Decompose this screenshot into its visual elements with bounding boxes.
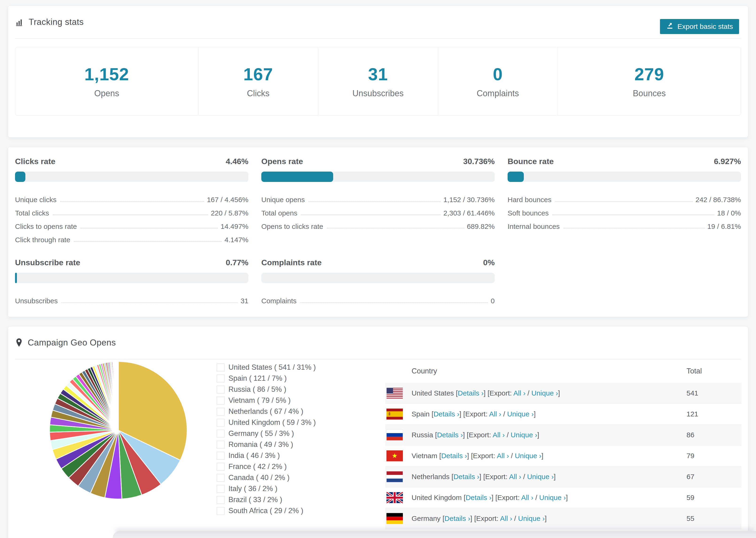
rate-row: Clicks to opens rate14.497% — [15, 217, 248, 231]
export-all-link[interactable]: All › — [521, 494, 533, 501]
rate-row: Click through rate4.147% — [15, 231, 248, 244]
rate-section-unsubscribe-rate: Unsubscribe rate0.77%Unsubscribes31 — [15, 258, 248, 305]
rate-row: Internal bounces19 / 6.81% — [508, 217, 741, 231]
rate-row-label: Unsubscribes — [15, 297, 58, 305]
rate-title: Complaints rate — [261, 258, 322, 267]
legend-label: Romania ( 49 / 3% ) — [229, 440, 293, 449]
rate-title: Bounce rate — [508, 157, 554, 166]
summary-cards: 1,152Opens167Clicks31Unsubscribes0Compla… — [15, 47, 741, 116]
legend-swatch — [217, 452, 225, 459]
bottom-overlay-bar — [113, 531, 756, 538]
export-unique-link[interactable]: Unique › — [507, 410, 534, 418]
rate-row-value: 31 — [241, 297, 248, 305]
country-row-gb: United Kingdom [Details ›] [Export: All … — [385, 487, 741, 508]
rates-panel: Clicks rate4.46%Unique clicks167 / 4.456… — [8, 147, 748, 317]
legend-item: Brazil ( 33 / 2% ) — [217, 496, 316, 504]
rate-head: Opens rate30.736% — [261, 157, 495, 166]
total-cell: 86 — [686, 431, 694, 439]
legend-item: Vietnam ( 79 / 5% ) — [217, 396, 316, 405]
total-cell: 541 — [686, 389, 698, 397]
rate-row-label: Total clicks — [15, 209, 49, 217]
progress-bar-fill — [261, 172, 333, 182]
legend-label: Germany ( 55 / 3% ) — [229, 429, 294, 438]
legend-label: United States ( 541 / 31% ) — [229, 363, 316, 372]
legend-label: Italy ( 36 / 2% ) — [229, 484, 277, 493]
export-prefix: Export: — [490, 389, 512, 397]
stat-value: 31 — [368, 64, 388, 84]
rate-title: Unsubscribe rate — [15, 258, 80, 267]
total-cell: 121 — [686, 410, 698, 418]
summary-card-complaints: 0Complaints — [438, 47, 558, 115]
country-column-header: Country — [411, 367, 437, 375]
legend-label: Spain ( 121 / 7% ) — [229, 374, 287, 383]
legend-swatch — [217, 474, 225, 482]
export-unique-link[interactable]: Unique › — [511, 431, 537, 439]
dotted-leader — [300, 302, 488, 303]
progress-bar-fill — [15, 273, 17, 283]
export-all-link[interactable]: All › — [493, 431, 505, 439]
export-unique-link[interactable]: Unique › — [518, 514, 545, 522]
country-row-ru: Russia [Details ›] [Export: All › / Uniq… — [385, 425, 741, 446]
table-rows: United States [Details ›] [Export: All ›… — [385, 383, 741, 529]
details-link[interactable]: Details › — [441, 452, 467, 459]
export-icon — [666, 22, 674, 31]
country-row-us: United States [Details ›] [Export: All ›… — [385, 383, 741, 404]
rate-head: Complaints rate0% — [261, 258, 495, 267]
rate-head: Bounce rate6.927% — [508, 157, 741, 166]
rate-row: Unique clicks167 / 4.456% — [15, 190, 248, 204]
dotted-leader — [62, 302, 238, 303]
legend-item: Spain ( 121 / 7% ) — [217, 374, 316, 383]
rate-row: Opens to clicks rate689.82% — [261, 217, 495, 231]
details-link[interactable]: Details › — [453, 473, 479, 480]
details-link[interactable]: Details › — [437, 431, 463, 439]
export-unique-link[interactable]: Unique › — [515, 452, 541, 459]
rate-row: Unique opens1,152 / 30.736% — [261, 190, 495, 204]
geo-opens-pie-chart — [48, 360, 189, 501]
export-unique-link[interactable]: Unique › — [539, 494, 566, 501]
rate-row-label: Opens to clicks rate — [261, 223, 323, 231]
dotted-leader — [555, 201, 693, 202]
export-unique-link[interactable]: Unique › — [531, 389, 558, 397]
legend-item: United States ( 541 / 31% ) — [217, 363, 316, 372]
legend-label: United Kingdom ( 59 / 3% ) — [229, 418, 316, 427]
country-row-nl: Netherlands [Details ›] [Export: All › /… — [385, 466, 741, 487]
legend-item: Canada ( 40 / 2% ) — [217, 473, 316, 482]
dotted-leader — [74, 241, 222, 242]
progress-bar — [15, 172, 248, 182]
country-name: United Kingdom — [411, 494, 461, 501]
total-cell: 55 — [686, 514, 694, 522]
details-link[interactable]: Details › — [465, 494, 491, 501]
stat-value: 279 — [634, 64, 664, 84]
export-unique-link[interactable]: Unique › — [527, 473, 554, 480]
legend-swatch — [217, 441, 225, 449]
details-link[interactable]: Details › — [433, 410, 459, 418]
rate-title: Clicks rate — [15, 157, 55, 166]
rate-value: 4.46% — [226, 157, 248, 166]
export-basic-stats-button[interactable]: Export basic stats — [660, 19, 739, 34]
export-all-link[interactable]: All › — [497, 452, 509, 459]
legend-swatch — [217, 397, 225, 404]
rate-row-label: Complaints — [261, 297, 297, 305]
country-name: Netherlands — [411, 473, 450, 480]
rate-row: Hard bounces242 / 86.738% — [508, 190, 741, 204]
country-name: Spain — [411, 410, 430, 418]
gb-flag-icon — [387, 492, 403, 503]
export-all-link[interactable]: All › — [500, 514, 512, 522]
export-all-link[interactable]: All › — [489, 410, 501, 418]
legend-item: Romania ( 49 / 3% ) — [217, 440, 316, 449]
export-all-link[interactable]: All › — [513, 389, 526, 397]
dotted-leader — [60, 201, 204, 202]
export-all-link[interactable]: All › — [509, 473, 521, 480]
export-prefix: Export: — [497, 494, 519, 501]
details-link[interactable]: Details › — [458, 389, 484, 397]
table-header-row: Country Total — [385, 359, 741, 383]
legend-item: France ( 42 / 2% ) — [217, 462, 316, 471]
rate-row-label: Hard bounces — [508, 196, 552, 204]
summary-card-unsubscribes: 31Unsubscribes — [318, 47, 438, 115]
details-link[interactable]: Details › — [445, 514, 470, 522]
legend-label: India ( 46 / 3% ) — [229, 452, 280, 460]
tracking-stats-header: Tracking stats Export basic stats — [15, 6, 741, 39]
export-prefix: Export: — [469, 431, 491, 439]
dotted-leader — [564, 228, 705, 228]
dotted-leader — [327, 228, 464, 228]
